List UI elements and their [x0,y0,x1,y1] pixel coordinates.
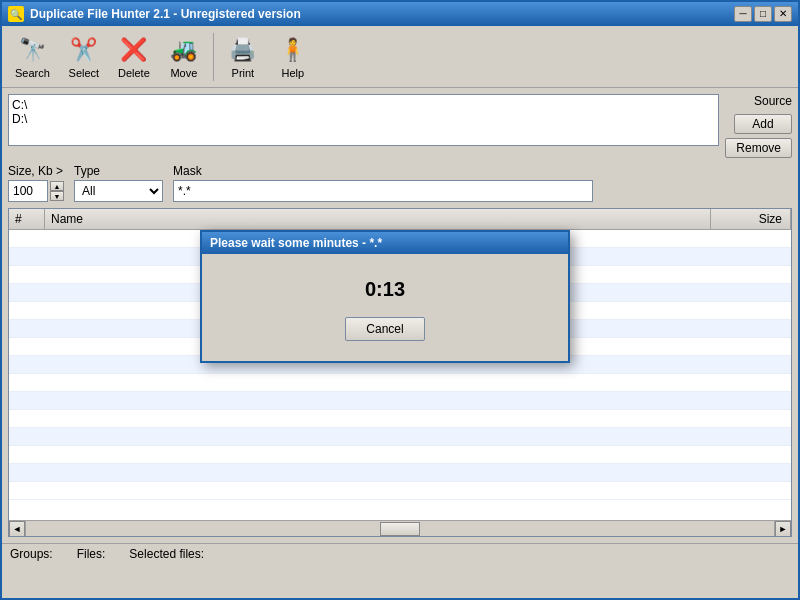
modal-timer: 0:13 [365,278,405,301]
mask-filter-group: Mask [173,164,593,202]
table-row [9,392,791,410]
toolbar-separator [213,33,214,81]
table-row [9,482,791,500]
select-icon: ✂️ [68,34,100,66]
search-label: Search [15,67,50,79]
type-select[interactable]: All Documents Images Audio Video [74,180,163,202]
table-row [9,464,791,482]
groups-status: Groups: [10,547,57,561]
maximize-button[interactable]: □ [754,6,772,22]
size-filter-label: Size, Kb > [8,164,64,178]
size-down-arrow[interactable]: ▼ [50,191,64,201]
delete-icon: ❌ [118,34,150,66]
toolbar-search[interactable]: 🔭 Search [8,30,57,83]
groups-label: Groups: [10,547,53,561]
files-label: Files: [77,547,106,561]
horizontal-scrollbar[interactable]: ◄ ► [9,520,791,536]
scrollbar-track[interactable] [25,521,775,537]
files-status: Files: [77,547,110,561]
results-header: # Name Size [9,209,791,230]
search-icon: 🔭 [16,34,48,66]
filter-row: Size, Kb > ▲ ▼ Type All Docume [8,164,792,202]
select-label: Select [69,67,100,79]
header-num: # [9,209,45,229]
add-source-button[interactable]: Add [734,114,792,134]
mask-filter-label: Mask [173,164,593,178]
modal-title-bar: Please wait some minutes - *.* [202,232,568,254]
help-icon: 🧍 [277,34,309,66]
toolbar-help[interactable]: 🧍 Help [270,30,316,83]
table-row [9,428,791,446]
toolbar-select[interactable]: ✂️ Select [61,30,107,83]
table-row [9,446,791,464]
remove-source-button[interactable]: Remove [725,138,792,158]
window-title: Duplicate File Hunter 2.1 - Unregistered… [30,7,301,21]
scroll-right-button[interactable]: ► [775,521,791,537]
table-row [9,374,791,392]
size-filter-group: Size, Kb > ▲ ▼ [8,164,64,202]
type-filter-group: Type All Documents Images Audio Video [74,164,163,202]
toolbar: 🔭 Search ✂️ Select ❌ Delete 🚜 Move 🖨️ Pr… [2,26,798,88]
selected-label: Selected files: [129,547,204,561]
selected-status: Selected files: [129,547,208,561]
help-label: Help [282,67,305,79]
size-up-arrow[interactable]: ▲ [50,181,64,191]
size-spinner: ▲ ▼ [50,181,64,201]
move-icon: 🚜 [168,34,200,66]
source-paths-input[interactable]: C:\ D:\ [8,94,719,146]
toolbar-move[interactable]: 🚜 Move [161,30,207,83]
type-filter-input-row: All Documents Images Audio Video [74,180,163,202]
cancel-button[interactable]: Cancel [345,317,424,341]
header-size: Size [711,209,791,229]
mask-input[interactable] [173,180,593,202]
size-input[interactable] [8,180,48,202]
source-label: Source [754,94,792,108]
toolbar-delete[interactable]: ❌ Delete [111,30,157,83]
source-row: C:\ D:\ Source Add Remove [8,94,792,158]
print-icon: 🖨️ [227,34,259,66]
close-button[interactable]: ✕ [774,6,792,22]
status-bar: Groups: Files: Selected files: [2,543,798,564]
header-name: Name [45,209,711,229]
title-bar-controls: ─ □ ✕ [734,6,792,22]
delete-label: Delete [118,67,150,79]
table-row [9,410,791,428]
modal-title: Please wait some minutes - *.* [210,236,382,250]
progress-dialog: Please wait some minutes - *.* 0:13 Canc… [200,230,570,363]
app-icon: 🔍 [8,6,24,22]
title-bar: 🔍 Duplicate File Hunter 2.1 - Unregister… [2,2,798,26]
toolbar-print[interactable]: 🖨️ Print [220,30,266,83]
size-filter-input-row: ▲ ▼ [8,180,64,202]
print-label: Print [232,67,255,79]
source-controls: Source Add Remove [725,94,792,158]
move-label: Move [170,67,197,79]
title-bar-left: 🔍 Duplicate File Hunter 2.1 - Unregister… [8,6,301,22]
minimize-button[interactable]: ─ [734,6,752,22]
modal-body: 0:13 Cancel [202,254,568,361]
scrollbar-thumb[interactable] [380,522,420,536]
type-filter-label: Type [74,164,163,178]
scroll-left-button[interactable]: ◄ [9,521,25,537]
